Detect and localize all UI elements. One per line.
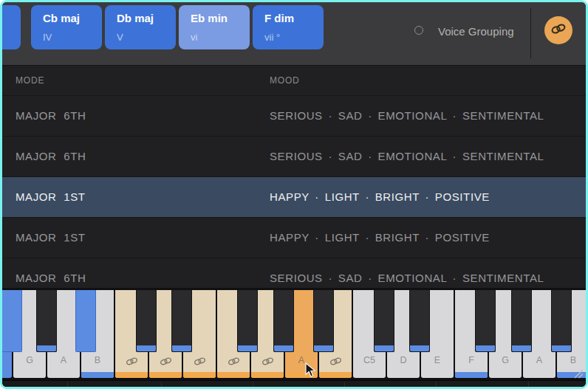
column-header-mood: MOOD [270,66,300,95]
voice-grouping-label: Voice Grouping [438,25,514,38]
black-key-gs5[interactable] [511,290,532,352]
chord-chip-db-maj[interactable]: Db majV [105,5,176,49]
bottom-bar-tick [344,382,345,387]
scale-note-strip [455,372,488,378]
chain-link-icon [217,356,250,369]
mode-cell: MAJOR 6TH [16,258,86,288]
voice-grouping-radio[interactable] [414,26,423,35]
chord-chip-label: Bb min [0,12,21,25]
chord-chip-numeral: V [117,32,176,44]
table-body: MAJOR 6THSERIOUS · SAD · EMOTIONAL · SEN… [2,95,586,288]
bottom-bar-tick [253,382,253,387]
key-label: E [421,355,454,365]
table-row[interactable]: MAJOR 6THSERIOUS · SAD · EMOTIONAL · SEN… [2,95,586,136]
black-key-gs4[interactable] [273,290,294,352]
chain-link-icon [183,356,216,369]
linked-note-strip [217,372,250,378]
key-label: G [13,355,46,365]
scale-note-strip [37,345,56,351]
key-label: D [387,355,420,365]
scale-note-strip [476,345,495,351]
link-mode-button[interactable] [544,16,572,44]
mode-cell: MAJOR 6TH [16,137,86,176]
mode-cell: MAJOR 1ST [16,218,86,258]
linked-note-strip [115,372,148,378]
black-key-as5[interactable] [551,290,572,352]
scale-note-strip [238,345,257,351]
table-row[interactable]: MAJOR 6THSERIOUS · SAD · EMOTIONAL · SEN… [2,136,586,176]
piano-keyboard: GABAC5DEFGAB [2,288,586,387]
table-row[interactable]: MAJOR 1STHAPPY · LIGHT · BRIGHT · POSITI… [2,176,586,217]
window-resize-handle[interactable] [574,369,584,379]
mood-cell: HAPPY · LIGHT · BRIGHT · POSITIVE [270,218,490,258]
chord-bar: Bb miniiiCb majIVDb majVEb minviF dimvii… [2,2,586,65]
scale-note-strip [375,345,394,351]
chain-link-icon [251,356,284,369]
scale-note-strip [137,345,156,351]
plugin-window: Bb miniiiCb majIVDb majVEb minviF dimvii… [0,0,588,389]
black-key-ds5[interactable] [409,290,430,352]
key-label: C5 [353,355,386,365]
chord-chip-numeral: vi [191,32,250,44]
chord-chip-label: Db maj [117,12,176,25]
scale-note-strip [81,372,114,378]
chord-chip-f-dim[interactable]: F dimvii ° [253,5,324,49]
linked-note-strip [183,372,216,378]
column-header-mode: MODE [16,66,44,95]
table-row[interactable]: MAJOR 1STHAPPY · LIGHT · BRIGHT · POSITI… [2,217,586,258]
black-key-gs3[interactable] [36,290,57,352]
mode-cell: MAJOR 1ST [16,177,86,217]
key-label: G [489,355,522,365]
key-label: B [557,355,586,365]
topbar-divider [530,8,531,58]
key-label: A [47,355,80,365]
scale-note-strip [512,345,531,351]
chord-chip-label: F dim [264,12,324,25]
scale-note-strip [274,345,293,351]
mode-mood-table: MODE MOOD MAJOR 6THSERIOUS · SAD · EMOTI… [2,65,586,288]
bottom-bar-tick [161,382,162,387]
scale-note-strip [410,345,429,351]
bottom-bar-tick [528,382,529,387]
chord-chip-numeral: vii ° [264,32,324,44]
black-key-cs5[interactable] [374,290,394,352]
key-label: F [455,355,488,365]
key-label: B [81,355,114,365]
mouse-cursor [305,362,317,378]
mood-cell: SERIOUS · SAD · EMOTIONAL · SENTIMENTAL [270,258,544,288]
scale-note-strip [314,345,333,351]
chord-chip-numeral: iii [0,32,21,44]
black-key-as3[interactable] [75,290,96,352]
chain-link-icon [319,356,352,369]
bottom-bar-tick [67,382,68,387]
chord-chip-label: Cb maj [43,12,102,25]
chord-chip-numeral: IV [43,32,102,44]
table-row[interactable]: MAJOR 6THSERIOUS · SAD · EMOTIONAL · SEN… [2,258,586,288]
chain-link-icon [550,22,567,38]
linked-note-strip [251,372,284,378]
mode-cell: MAJOR 6TH [16,96,86,136]
scale-note-strip [552,345,571,351]
mood-cell: HAPPY · LIGHT · BRIGHT · POSITIVE [270,177,490,217]
chord-chip-bb-min[interactable]: Bb miniii [0,5,21,49]
black-key-as4[interactable] [313,290,334,352]
chord-chip-label: Eb min [191,12,250,25]
chord-chip-cb-maj[interactable]: Cb majIV [31,5,102,49]
black-key-fs3[interactable] [2,290,22,352]
black-key-fs4[interactable] [237,290,258,352]
linked-note-strip [319,372,352,378]
table-header: MODE MOOD [2,66,586,95]
black-key-cs4[interactable] [136,290,157,352]
keyboard-bottom-bar [2,380,586,387]
mood-cell: SERIOUS · SAD · EMOTIONAL · SENTIMENTAL [270,96,544,136]
chord-chip-eb-min[interactable]: Eb minvi [179,5,250,49]
linked-note-strip [149,372,182,378]
scale-note-strip [172,345,191,351]
key-label: A [523,355,555,365]
bottom-bar-tick [436,382,437,387]
black-key-fs5[interactable] [475,290,496,352]
chain-link-icon [115,356,148,369]
black-key-ds4[interactable] [171,290,192,352]
mood-cell: SERIOUS · SAD · EMOTIONAL · SENTIMENTAL [270,137,544,176]
chain-link-icon [149,356,182,369]
